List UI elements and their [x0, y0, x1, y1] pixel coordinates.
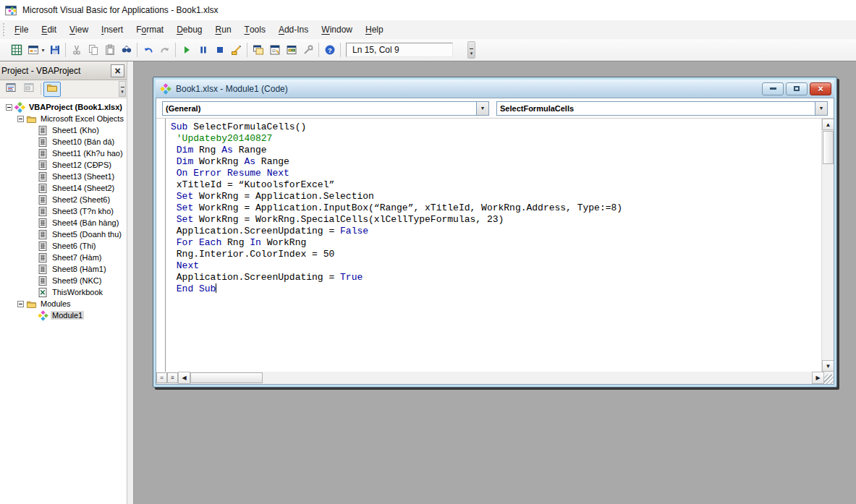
code-line[interactable]: Sub SelectFormulaCells() [171, 121, 821, 133]
code-line[interactable]: Rng.Interior.ColorIndex = 50 [171, 249, 821, 260]
tree-item-sheet3-t-n-kho[interactable]: Sheet3 (T?n kho) [0, 205, 127, 217]
menu-tools[interactable]: Tools [238, 20, 272, 39]
code-line[interactable]: End Sub [171, 283, 821, 295]
menu-help[interactable]: Help [359, 20, 390, 39]
code-line[interactable]: On Error Resume Next [171, 168, 821, 179]
toolbar-object-browser-button[interactable] [283, 42, 300, 58]
tree-item-sheet14-sheet2[interactable]: Sheet14 (Sheet2) [0, 182, 127, 194]
menu-add-ins[interactable]: Add-Ins [272, 20, 315, 39]
view-object-button[interactable] [20, 82, 38, 97]
vertical-scrollbar[interactable]: ▲ ▼ [821, 119, 834, 372]
toolbar-toolbox-button[interactable] [300, 42, 316, 58]
menu-edit[interactable]: Edit [35, 20, 63, 39]
minimize-button[interactable] [762, 82, 784, 95]
tree-item-sheet13-sheet1[interactable]: Sheet13 (Sheet1) [0, 171, 127, 182]
object-dropdown[interactable]: (General) ▼ [162, 101, 489, 116]
panel-splitter[interactable] [127, 61, 134, 504]
toolbar-paste-button[interactable] [101, 42, 118, 58]
chevron-down-icon[interactable]: ▼ [815, 102, 827, 115]
tree-item-sheet5-doanh-thu[interactable]: Sheet5 (Doanh thu) [0, 228, 127, 240]
code-line[interactable]: Dim Rng As Range [171, 145, 821, 156]
code-line[interactable]: 'Updateby20140827 [171, 133, 821, 145]
menu-format[interactable]: Format [130, 20, 170, 39]
code-line[interactable]: Set WorkRng = WorkRng.SpecialCells(xlCel… [171, 214, 821, 226]
toolbar-help-button[interactable]: ? [321, 42, 338, 58]
menu-window[interactable]: Window [315, 20, 359, 39]
code-line[interactable]: Application.ScreenUpdating = False [171, 226, 821, 237]
code-line[interactable]: Next [171, 260, 821, 272]
view-code-button[interactable] [2, 82, 20, 97]
minus-box-icon[interactable] [6, 104, 12, 111]
scroll-right-icon[interactable]: ▶ [812, 372, 824, 384]
tree-item-modules[interactable]: Modules [0, 298, 127, 309]
full-module-view-button[interactable]: ≡ [167, 372, 178, 383]
menu-file[interactable]: File [8, 20, 35, 39]
code-line[interactable]: Set WorkRng = Application.InputBox(“Rang… [171, 202, 821, 214]
horizontal-scroll-thumb[interactable] [190, 372, 263, 383]
toggle-folders-button[interactable] [43, 82, 61, 97]
tree-item-sheet9-nkc[interactable]: Sheet9 (NKC) [0, 275, 127, 286]
toolbar-undo-button[interactable] [140, 42, 156, 58]
code-line[interactable]: For Each Rng In WorkRng [171, 237, 821, 249]
tree-item-sheet12-c-ps[interactable]: Sheet12 (CĐPS) [0, 159, 127, 171]
vertical-scroll-thumb[interactable] [823, 131, 834, 164]
menu-debug[interactable]: Debug [170, 20, 208, 39]
tree-item-sheet10-b-n-d[interactable]: Sheet10 (Bán dá) [0, 136, 127, 148]
code-editor[interactable]: Sub SelectFormulaCells() 'Updateby201408… [156, 119, 834, 384]
collapse-expander-icon[interactable] [14, 116, 26, 122]
toolbar-copy-button[interactable] [85, 42, 101, 58]
collapse-expander-icon[interactable] [14, 301, 26, 307]
toolbar-overflow-button[interactable]: ▾ [467, 41, 475, 59]
tree-item-thisworkbook[interactable]: ThisWorkbook [0, 286, 127, 298]
code-text[interactable]: Sub SelectFormulaCells() 'Updateby201408… [166, 119, 821, 372]
code-line[interactable]: Dim WorkRng As Range [171, 156, 821, 168]
toolbar-find-button[interactable] [118, 42, 135, 58]
code-window-titlebar[interactable]: Book1.xlsx - Module1 (Code) × [156, 80, 834, 98]
tree-item-sheet1-kho[interactable]: Sheet1 (Kho) [0, 124, 127, 136]
tree-item-microsoft-excel-objects[interactable]: Microsoft Excel Objects [0, 113, 127, 124]
horizontal-scrollbar[interactable]: ◀ [178, 372, 821, 384]
tree-item-vbaproject-book1-xlsx[interactable]: VBAProject (Book1.xlsx) [0, 101, 127, 113]
code-line[interactable]: Set WorkRng = Application.Selection [171, 191, 821, 202]
toolbar-cut-button[interactable] [68, 42, 85, 58]
toolbar-run-sub-button[interactable] [178, 42, 195, 58]
menu-view[interactable]: View [63, 20, 95, 39]
toolbar-reset-button[interactable] [211, 42, 228, 58]
toolbar-redo-button[interactable] [156, 42, 173, 58]
toolbar-save-button[interactable] [46, 42, 63, 58]
folder-icon [26, 299, 37, 309]
tree-item-sheet11-kh-u-hao[interactable]: Sheet11 (Kh?u hao) [0, 148, 127, 159]
chevron-down-icon[interactable]: ▼ [476, 102, 488, 115]
toolbar-insert-userform-button[interactable] [25, 42, 41, 58]
minus-box-icon[interactable] [17, 301, 24, 307]
toolbar-design-mode-button[interactable] [228, 42, 245, 58]
tree-item-sheet6-thi[interactable]: Sheet6 (Thi) [0, 240, 127, 252]
toolbar-properties-window-button[interactable] [266, 42, 283, 58]
tree-item-sheet8-h-m1[interactable]: Sheet8 (Hàm1) [0, 263, 127, 275]
toolbar-break-button[interactable] [195, 42, 211, 58]
procedure-view-button[interactable]: = [156, 372, 167, 383]
scroll-left-icon[interactable]: ◀ [178, 372, 190, 384]
menubar-grip-handle[interactable] [2, 23, 6, 36]
resize-grip[interactable] [824, 375, 834, 384]
close-button[interactable]: × [810, 82, 831, 95]
minus-box-icon[interactable] [17, 116, 24, 122]
tree-item-sheet4-b-n-h-ng[interactable]: Sheet4 (Bán hàng) [0, 217, 127, 228]
tree-item-sheet7-h-m[interactable]: Sheet7 (Hàm) [0, 252, 127, 263]
tree-item-module1[interactable]: Module1 [0, 309, 127, 321]
restore-button[interactable] [786, 82, 808, 95]
tree-item-sheet2-sheet6[interactable]: Sheet2 (Sheet6) [0, 194, 127, 205]
project-panel-overflow-button[interactable]: ▾ [119, 81, 126, 97]
toolbar-view-microsoft-excel-button[interactable] [8, 42, 25, 58]
menu-run[interactable]: Run [209, 20, 238, 39]
menu-insert[interactable]: Insert [95, 20, 130, 39]
procedure-dropdown[interactable]: SelectFormulaCells ▼ [496, 101, 828, 116]
code-line[interactable]: Application.ScreenUpdating = True [171, 272, 821, 283]
scroll-up-icon[interactable]: ▲ [822, 119, 834, 130]
project-panel-close-icon[interactable]: × [111, 64, 124, 77]
toolbar-project-explorer-button[interactable] [250, 42, 266, 58]
collapse-expander-icon[interactable] [3, 104, 14, 111]
scroll-down-icon[interactable]: ▼ [822, 360, 834, 372]
code-line[interactable]: xTitleId = “KutoolsforExcel” [171, 179, 821, 191]
code-margin-bar[interactable] [156, 119, 166, 372]
